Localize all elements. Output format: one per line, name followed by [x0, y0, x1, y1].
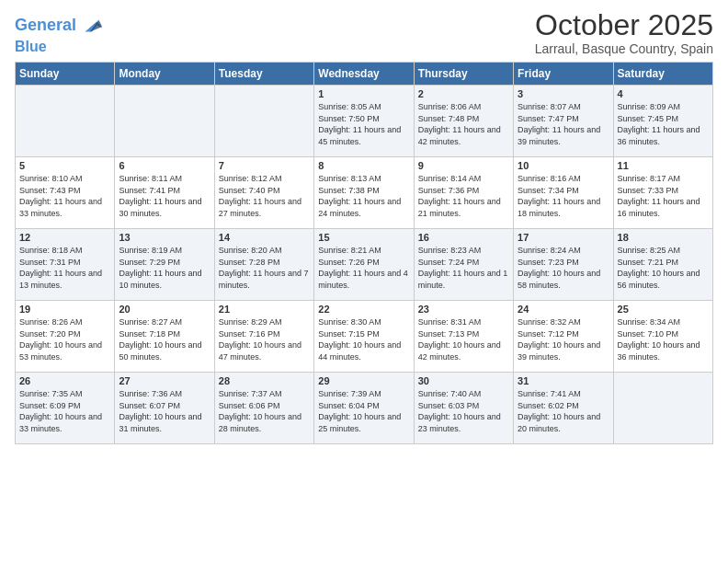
- logo-general: General: [15, 16, 76, 34]
- calendar-week-row: 1Sunrise: 8:05 AMSunset: 7:50 PMDaylight…: [16, 86, 713, 157]
- day-number: 25: [618, 304, 709, 315]
- calendar-day-11: 11Sunrise: 8:17 AMSunset: 7:33 PMDayligh…: [613, 157, 712, 229]
- day-number: 19: [19, 304, 110, 315]
- day-number: 27: [119, 375, 210, 386]
- day-info: Sunrise: 8:32 AMSunset: 7:12 PMDaylight:…: [518, 316, 609, 362]
- day-number: 30: [418, 375, 509, 386]
- calendar-day-7: 7Sunrise: 8:12 AMSunset: 7:40 PMDaylight…: [214, 157, 313, 229]
- day-number: 11: [618, 160, 709, 171]
- calendar-day-4: 4Sunrise: 8:09 AMSunset: 7:45 PMDaylight…: [613, 86, 712, 157]
- calendar-day-15: 15Sunrise: 8:21 AMSunset: 7:26 PMDayligh…: [314, 229, 414, 301]
- calendar-day-14: 14Sunrise: 8:20 AMSunset: 7:28 PMDayligh…: [214, 229, 313, 301]
- day-info: Sunrise: 7:40 AMSunset: 6:03 PMDaylight:…: [418, 388, 509, 434]
- calendar-day-31: 31Sunrise: 7:41 AMSunset: 6:02 PMDayligh…: [514, 373, 613, 444]
- day-number: 21: [219, 304, 310, 315]
- day-number: 3: [518, 88, 609, 99]
- logo-text: General: [15, 17, 76, 35]
- day-number: 16: [418, 232, 509, 243]
- calendar-empty-cell: [613, 373, 712, 444]
- day-number: 8: [318, 160, 409, 171]
- calendar-day-28: 28Sunrise: 7:37 AMSunset: 6:06 PMDayligh…: [214, 373, 313, 444]
- logo-blue: Blue: [15, 39, 104, 55]
- day-number: 31: [518, 375, 609, 386]
- calendar-day-30: 30Sunrise: 7:40 AMSunset: 6:03 PMDayligh…: [414, 373, 513, 444]
- calendar-day-19: 19Sunrise: 8:26 AMSunset: 7:20 PMDayligh…: [16, 301, 115, 373]
- weekday-header-friday: Friday: [514, 63, 613, 86]
- calendar-empty-cell: [115, 86, 214, 157]
- day-info: Sunrise: 8:12 AMSunset: 7:40 PMDaylight:…: [219, 173, 310, 219]
- day-info: Sunrise: 7:41 AMSunset: 6:02 PMDaylight:…: [518, 388, 609, 434]
- day-number: 24: [518, 304, 609, 315]
- day-info: Sunrise: 7:37 AMSunset: 6:06 PMDaylight:…: [219, 388, 310, 434]
- day-number: 12: [19, 232, 110, 243]
- calendar-day-23: 23Sunrise: 8:31 AMSunset: 7:13 PMDayligh…: [414, 301, 513, 373]
- weekday-header-monday: Monday: [115, 63, 214, 86]
- day-info: Sunrise: 8:21 AMSunset: 7:26 PMDaylight:…: [318, 245, 409, 291]
- day-number: 15: [318, 232, 409, 243]
- day-info: Sunrise: 7:39 AMSunset: 6:04 PMDaylight:…: [318, 388, 409, 434]
- day-info: Sunrise: 8:05 AMSunset: 7:50 PMDaylight:…: [318, 101, 409, 147]
- weekday-header-wednesday: Wednesday: [314, 63, 414, 86]
- calendar-table: SundayMondayTuesdayWednesdayThursdayFrid…: [15, 62, 713, 444]
- day-info: Sunrise: 8:26 AMSunset: 7:20 PMDaylight:…: [19, 316, 110, 362]
- header: General Blue October 2025 Larraul, Basqu…: [15, 9, 713, 56]
- day-info: Sunrise: 8:30 AMSunset: 7:15 PMDaylight:…: [318, 316, 409, 362]
- svg-marker-1: [90, 19, 102, 31]
- logo-icon: [78, 13, 104, 39]
- day-number: 17: [518, 232, 609, 243]
- calendar-day-8: 8Sunrise: 8:13 AMSunset: 7:38 PMDaylight…: [314, 157, 414, 229]
- day-number: 23: [418, 304, 509, 315]
- calendar-day-25: 25Sunrise: 8:34 AMSunset: 7:10 PMDayligh…: [613, 301, 712, 373]
- calendar-empty-cell: [16, 86, 115, 157]
- day-info: Sunrise: 7:36 AMSunset: 6:07 PMDaylight:…: [119, 388, 210, 434]
- day-info: Sunrise: 8:18 AMSunset: 7:31 PMDaylight:…: [19, 245, 110, 291]
- day-number: 14: [219, 232, 310, 243]
- calendar-header-row: SundayMondayTuesdayWednesdayThursdayFrid…: [16, 63, 713, 86]
- day-info: Sunrise: 8:27 AMSunset: 7:18 PMDaylight:…: [119, 316, 210, 362]
- day-number: 2: [418, 88, 509, 99]
- day-number: 29: [318, 375, 409, 386]
- weekday-header-sunday: Sunday: [16, 63, 115, 86]
- page-container: General Blue October 2025 Larraul, Basqu…: [0, 0, 728, 454]
- day-info: Sunrise: 8:34 AMSunset: 7:10 PMDaylight:…: [618, 316, 709, 362]
- calendar-day-13: 13Sunrise: 8:19 AMSunset: 7:29 PMDayligh…: [115, 229, 214, 301]
- calendar-day-1: 1Sunrise: 8:05 AMSunset: 7:50 PMDaylight…: [314, 86, 414, 157]
- month-title: October 2025: [535, 9, 713, 41]
- calendar-week-row: 12Sunrise: 8:18 AMSunset: 7:31 PMDayligh…: [16, 229, 713, 301]
- calendar-day-6: 6Sunrise: 8:11 AMSunset: 7:41 PMDaylight…: [115, 157, 214, 229]
- day-number: 6: [119, 160, 210, 171]
- weekday-header-saturday: Saturday: [613, 63, 712, 86]
- day-info: Sunrise: 8:23 AMSunset: 7:24 PMDaylight:…: [418, 245, 509, 291]
- calendar-day-20: 20Sunrise: 8:27 AMSunset: 7:18 PMDayligh…: [115, 301, 214, 373]
- calendar-day-24: 24Sunrise: 8:32 AMSunset: 7:12 PMDayligh…: [514, 301, 613, 373]
- day-number: 4: [618, 88, 709, 99]
- calendar-day-16: 16Sunrise: 8:23 AMSunset: 7:24 PMDayligh…: [414, 229, 513, 301]
- day-info: Sunrise: 8:13 AMSunset: 7:38 PMDaylight:…: [318, 173, 409, 219]
- day-number: 5: [19, 160, 110, 171]
- calendar-day-26: 26Sunrise: 7:35 AMSunset: 6:09 PMDayligh…: [16, 373, 115, 444]
- day-info: Sunrise: 8:09 AMSunset: 7:45 PMDaylight:…: [618, 101, 709, 147]
- calendar-day-18: 18Sunrise: 8:25 AMSunset: 7:21 PMDayligh…: [613, 229, 712, 301]
- day-number: 26: [19, 375, 110, 386]
- calendar-day-10: 10Sunrise: 8:16 AMSunset: 7:34 PMDayligh…: [514, 157, 613, 229]
- calendar-day-5: 5Sunrise: 8:10 AMSunset: 7:43 PMDaylight…: [16, 157, 115, 229]
- calendar-day-9: 9Sunrise: 8:14 AMSunset: 7:36 PMDaylight…: [414, 157, 513, 229]
- day-info: Sunrise: 8:19 AMSunset: 7:29 PMDaylight:…: [119, 245, 210, 291]
- calendar-day-2: 2Sunrise: 8:06 AMSunset: 7:48 PMDaylight…: [414, 86, 513, 157]
- day-info: Sunrise: 8:16 AMSunset: 7:34 PMDaylight:…: [518, 173, 609, 219]
- logo: General Blue: [15, 13, 104, 55]
- title-block: October 2025 Larraul, Basque Country, Sp…: [535, 9, 713, 56]
- day-info: Sunrise: 8:24 AMSunset: 7:23 PMDaylight:…: [518, 245, 609, 291]
- location: Larraul, Basque Country, Spain: [535, 41, 713, 56]
- day-info: Sunrise: 8:31 AMSunset: 7:13 PMDaylight:…: [418, 316, 509, 362]
- day-info: Sunrise: 8:29 AMSunset: 7:16 PMDaylight:…: [219, 316, 310, 362]
- day-info: Sunrise: 8:17 AMSunset: 7:33 PMDaylight:…: [618, 173, 709, 219]
- calendar-day-27: 27Sunrise: 7:36 AMSunset: 6:07 PMDayligh…: [115, 373, 214, 444]
- day-number: 1: [318, 88, 409, 99]
- calendar-day-12: 12Sunrise: 8:18 AMSunset: 7:31 PMDayligh…: [16, 229, 115, 301]
- calendar-week-row: 5Sunrise: 8:10 AMSunset: 7:43 PMDaylight…: [16, 157, 713, 229]
- day-info: Sunrise: 8:14 AMSunset: 7:36 PMDaylight:…: [418, 173, 509, 219]
- weekday-header-tuesday: Tuesday: [214, 63, 313, 86]
- day-number: 7: [219, 160, 310, 171]
- day-number: 10: [518, 160, 609, 171]
